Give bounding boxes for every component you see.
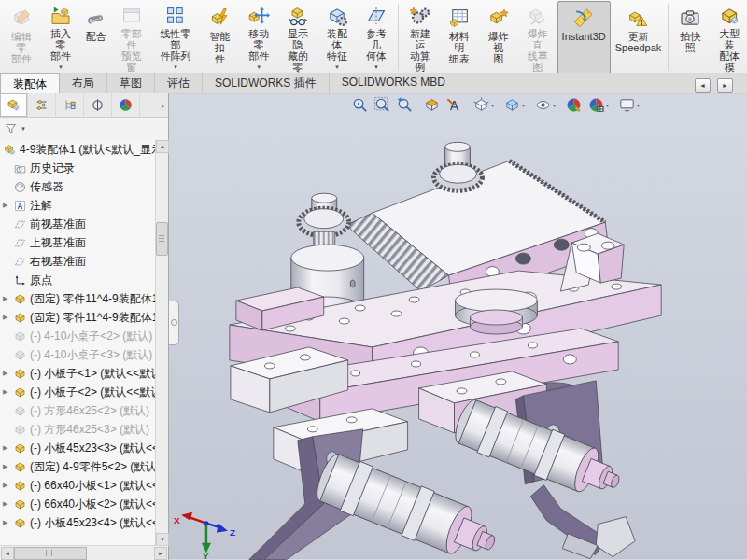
scroll-left-arrow-icon[interactable]: ◄ [1,547,14,560]
panel-tabs-overflow-arrow[interactable]: › [140,93,168,117]
hud-button-dynamic-annotation-views[interactable] [444,95,464,115]
hud-button-apply-scene[interactable]: ▾ [586,95,610,115]
hud-button-hide-show-items[interactable]: ▾ [533,95,557,115]
tree-item[interactable]: ▶(-) 66x40小板<1> (默认<< [0,476,156,495]
tree-item[interactable]: ▶(-) 小板45x23<4> (默认<< [0,513,156,532]
dropdown-arrow-icon[interactable]: ▾ [522,102,525,108]
ribbon-button-insert-components[interactable]: 插入零 部件▼ [41,1,80,74]
hud-button-view-settings[interactable]: ▾ [617,95,641,115]
dropdown-arrow-icon[interactable]: ▼ [334,62,340,73]
ribbon-button-label: 爆炸直 线草图 [523,28,553,73]
panel-tab-displaymanager[interactable] [112,93,140,117]
ribbon-button-edit-component[interactable]: 编辑零 部件 [2,1,41,74]
tab-scroll-right-button[interactable]: ► [717,78,733,93]
ribbon-button-smart-fasteners[interactable]: 智能扣 件 [200,1,239,74]
command-tab-2[interactable]: 草图 [107,73,155,93]
tree-vertical-scrollbar[interactable]: ▲ ▼ [155,140,168,546]
command-tab-0[interactable]: 装配体 [0,73,60,93]
command-tab-1[interactable]: 布局 [60,73,107,93]
dropdown-arrow-icon[interactable]: ▾ [553,102,556,108]
dropdown-arrow-icon[interactable]: ▼ [173,62,178,73]
command-tab-5[interactable]: SOLIDWORKS MBD [330,73,458,93]
command-tab-3[interactable]: 评估 [155,73,203,93]
ribbon-button-reference-geometry[interactable]: 参考几 何体▼ [357,1,396,74]
tree-item[interactable]: 历史记录 [0,159,156,177]
horizontal-scroll-thumb[interactable] [14,547,87,560]
expand-arrow-icon[interactable]: ▶ [3,370,13,377]
tree-item[interactable]: ▶(固定) 4-9零件5<2> (默认< [0,457,156,476]
feature-manager-panel: › ▼ 4-9装配体1 (默认<默认_显示状历史记录传感器▶A注解前视基准面上视… [0,93,169,560]
tree-item[interactable]: 前视基准面 [0,215,156,233]
ribbon-button-mate[interactable]: 配合 [80,1,112,74]
3d-model-view[interactable]: X Z Y [169,93,747,560]
tree-item[interactable]: ▶(-) 小板45x23<3> (默认<< [0,439,156,457]
tree-item[interactable]: 原点 [0,271,156,289]
expand-arrow-icon[interactable]: ▶ [3,482,13,489]
tree-item[interactable]: (-) 4-10小桌子<2> (默认) [0,327,156,345]
ribbon-button-assembly-features[interactable]: 装配体 特征▼ [317,1,357,74]
command-tab-4[interactable]: SOLIDWORKS 插件 [203,73,330,93]
filter-dropdown-arrow[interactable]: ▼ [21,126,26,132]
3d-viewport[interactable]: X Z Y ▾▾▾▾▾ [169,93,747,560]
dropdown-arrow-icon[interactable]: ▼ [58,62,63,73]
tree-item[interactable]: 上视基准面 [0,233,156,252]
hud-button-view-orientation[interactable]: ▾ [472,95,495,115]
expand-arrow-icon[interactable]: ▶ [3,519,13,526]
expand-arrow-icon[interactable]: ▶ [3,444,13,452]
hud-button-section-view[interactable] [422,95,442,115]
panel-splitter-handle[interactable] [169,301,179,345]
hud-button-previous-view[interactable] [395,95,415,115]
hud-button-display-style[interactable]: ▾ [502,95,526,115]
hud-button-edit-appearance[interactable] [564,95,584,115]
tree-item[interactable]: 传感器 [0,177,156,196]
ribbon-button-large-assembly-mode[interactable]: 大型装 配体模 式 [710,1,747,74]
edit-component-icon [10,7,33,29]
ribbon-button-exploded-view[interactable]: 爆炸视 图 [479,1,518,74]
ribbon-button-instant3d[interactable]: Instant3D [557,1,611,74]
expand-arrow-icon[interactable]: ▶ [3,500,13,508]
ribbon-button-take-snapshot[interactable]: 拍快照 [670,1,710,74]
ribbon-button-bill-of-materials[interactable]: 材料明 细表 [440,1,479,74]
panel-tab-featuremanager-design-tree[interactable] [0,93,28,117]
hud-button-zoom-to-area[interactable] [373,95,392,115]
expand-arrow-icon[interactable]: ▶ [3,314,13,321]
dropdown-arrow-icon[interactable]: ▾ [491,102,494,108]
vertical-scroll-thumb[interactable] [156,222,168,256]
hud-button-zoom-to-fit[interactable] [350,95,370,115]
dropdown-arrow-icon[interactable]: ▾ [637,102,640,108]
dropdown-arrow-icon[interactable]: ▼ [374,62,379,73]
scroll-right-arrow-icon[interactable]: ► [154,547,167,560]
tree-item[interactable]: ▶A注解 [0,196,156,215]
tree-item[interactable]: (-) 方形46x25<3> (默认) [0,420,156,439]
panel-tab-configurationmanager[interactable] [56,93,84,117]
dropdown-arrow-icon[interactable]: ▼ [256,62,261,73]
tree-item[interactable]: (-) 方形46x25<2> (默认) [0,401,156,420]
expand-arrow-icon[interactable]: ▶ [3,388,13,396]
tree-item[interactable]: 右视基准面 [0,252,156,271]
ribbon-button-move-component[interactable]: 移动零 部件▼ [239,1,278,74]
expand-arrow-icon[interactable]: ▶ [3,295,13,302]
dropdown-arrow-icon[interactable]: ▾ [606,102,609,108]
ribbon-button-update-speedpak[interactable]: 更新 Speedpak [611,1,667,74]
filter-funnel-icon[interactable] [4,121,19,136]
panel-tab-propertymanager[interactable] [28,93,56,117]
tree-root-item[interactable]: 4-9装配体1 (默认<默认_显示状 [0,140,156,159]
tab-scroll-left-button[interactable]: ◄ [695,78,711,93]
scroll-down-arrow-icon[interactable]: ▼ [156,533,169,546]
scroll-up-arrow-icon[interactable]: ▲ [156,140,169,153]
tree-item[interactable]: ▶(固定) 零件11^4-9装配体1< [0,289,156,308]
tree-item[interactable]: ▶(固定) 零件11^4-9装配体1< [0,308,156,327]
tree-horizontal-scrollbar[interactable]: ◄ ► [0,545,168,560]
expand-arrow-icon[interactable]: ▶ [3,463,13,470]
tree-item[interactable]: ▶(-) 66x40小板<2> (默认<< [0,495,156,513]
tree-item[interactable]: ▶(-) 小板子<2> (默认<<默认 [0,383,156,401]
ribbon-button-linear-component-pattern[interactable]: 线性零部 件阵列▼ [151,1,201,74]
tree-item[interactable]: ▶(-) 小板子<1> (默认<<默认 [0,364,156,383]
expand-arrow-icon[interactable]: ▶ [3,202,13,209]
panel-tab-dimxpertmanager[interactable] [84,93,112,117]
ribbon-button-explode-line-sketch[interactable]: 爆炸直 线草图 [518,1,557,74]
tree-item[interactable]: (-) 4-10小桌子<3> (默认) [0,345,156,364]
ribbon-button-show-hidden-components[interactable]: 显示隐 藏的零 部件 [278,1,317,74]
ribbon-button-component-preview-window[interactable]: 零部件 预览窗 口 [112,1,151,74]
ribbon-button-new-motion-study[interactable]: 新建运 动算例 [401,1,440,74]
